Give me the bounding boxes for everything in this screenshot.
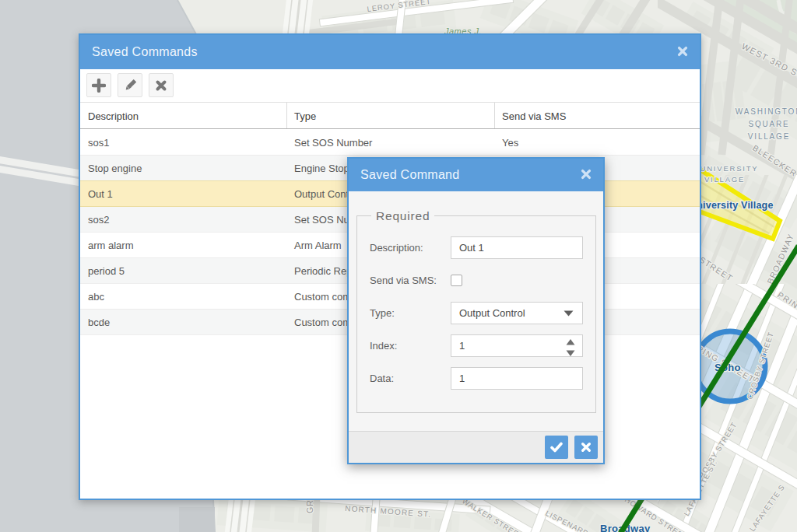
svg-text:SQUARE: SQUARE — [748, 120, 789, 128]
svg-text:University Village: University Village — [690, 200, 774, 211]
svg-text:UNIVERSITY: UNIVERSITY — [700, 164, 758, 173]
svg-text:WASHINGTON: WASHINGTON — [736, 107, 797, 116]
svg-text:VILLAGE: VILLAGE — [704, 175, 745, 184]
svg-text:GR: GR — [305, 499, 314, 513]
svg-text:VILLAGE: VILLAGE — [748, 132, 790, 141]
